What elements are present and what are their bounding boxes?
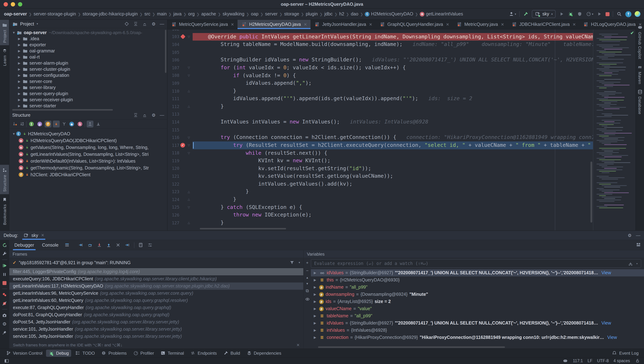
chevron-right-icon[interactable]: ▶ (18, 86, 22, 89)
inspections-ok-icon[interactable]: ✔ (630, 30, 634, 36)
editor-tab-JDBCHikariCPClient-java[interactable]: JDBCHikariCPClient.java✕ (508, 20, 579, 29)
breadcrumb-item[interactable]: server (265, 12, 278, 16)
debug-session-tab[interactable]: sky ✕ (22, 231, 46, 240)
line-number[interactable]: 102 (167, 30, 179, 32)
gear-icon[interactable]: ⚙ (151, 112, 157, 118)
variables-horizontal-scrollbar[interactable] (318, 346, 505, 348)
collapse-icon[interactable] (142, 21, 148, 27)
toolbar-item-version-control[interactable]: Version Control (3, 350, 45, 357)
code-line-122[interactable]: 122 intValues.getValues().add(kv); (167, 180, 593, 188)
code-line-123[interactable]: 123△ } (167, 188, 593, 196)
fold-marker[interactable]: △ (186, 105, 192, 108)
code-line-108[interactable]: 108▽ if (valueIdx != 0) { (167, 72, 593, 79)
code-line-104[interactable]: 104 String tableName = ModelName.build(d… (167, 40, 593, 48)
chevron-down-icon[interactable]: ▾ (299, 261, 300, 264)
stack-frame-row[interactable]: execute:87, GraphQLQueryHandler(org.apac… (9, 304, 303, 311)
sort-alphabetically-icon[interactable] (19, 121, 25, 127)
collapse-icon[interactable] (142, 112, 148, 118)
indent-setting[interactable]: 4 spaces (613, 358, 630, 363)
copilot-status-icon[interactable] (562, 358, 568, 364)
editor-vertical-scrollbar[interactable] (590, 162, 592, 222)
line-number[interactable]: 125 (167, 205, 179, 210)
chevron-right-icon[interactable]: ▶ (18, 67, 22, 71)
chevron-right-icon[interactable]: ▶ (18, 61, 22, 65)
code-line-107[interactable]: 107▽ for (int valueIdx = 0; valueIdx < i… (167, 64, 593, 72)
code-line-110[interactable]: 110△ } (167, 87, 593, 95)
search-everywhere-button[interactable] (616, 11, 622, 17)
toolbar-item-endpoints[interactable]: Endpoints (188, 350, 219, 357)
line-number[interactable]: 126 (167, 212, 179, 218)
autoscroll-from-source-toggle[interactable] (95, 120, 102, 128)
variable-row-indName[interactable]: ▶pindName = "all_p99" (311, 284, 644, 291)
breadcrumb-item[interactable]: apache (201, 12, 216, 16)
fold-marker[interactable]: ▽ (186, 152, 192, 155)
code-line-124[interactable]: 124△ } (167, 196, 593, 203)
code-line-127[interactable]: 127△ } (167, 219, 593, 227)
chevron-right-icon[interactable]: ▶ (314, 271, 317, 274)
stack-frame-row[interactable]: getLinearIntValues:117, H2MetricsQueryDA… (9, 282, 303, 290)
chevron-right-icon[interactable]: ▶ (18, 98, 22, 102)
profiler-button[interactable]: ▾ (586, 11, 593, 17)
tree-item-server-library[interactable]: ▶server-library (9, 84, 167, 90)
edit-run-config-button[interactable] (1, 250, 8, 257)
structure-member-row[interactable]: mH2MetricsQueryDAO(JDBCHikariCPClient) (9, 137, 167, 144)
tree-item-server-core[interactable]: ▶server-core (9, 78, 167, 84)
fold-marker[interactable]: △ (186, 90, 192, 92)
line-number[interactable]: 119 (167, 158, 179, 163)
breadcrumb-item[interactable]: java (173, 12, 182, 16)
line-number[interactable]: 108 (167, 73, 179, 78)
hide-panel-icon[interactable]: — (160, 112, 164, 118)
tree-item-.idea[interactable]: ▶.idea (9, 36, 167, 42)
variable-row-downsampling[interactable]: ▶pdownsampling = {Downsampling@6924} "Mi… (311, 291, 644, 298)
breadcrumb-item[interactable]: org (188, 12, 195, 16)
chevron-right-icon[interactable]: ▶ (18, 80, 22, 83)
code-line-113[interactable]: 113 (167, 110, 593, 118)
tree-item-exporter[interactable]: ▶exporter (9, 42, 167, 48)
run-to-cursor-button[interactable] (125, 242, 130, 248)
rerun-button[interactable] (1, 242, 8, 248)
run-config-selector[interactable]: sky▾ (532, 10, 556, 18)
hide-panel-icon[interactable]: — (160, 21, 164, 26)
breadcrumb-item[interactable]: oap (251, 12, 259, 16)
fold-marker[interactable]: ▽ (186, 206, 192, 209)
line-number[interactable]: 120 (167, 166, 179, 171)
thread-dump-button[interactable] (1, 312, 8, 318)
line-ending[interactable]: LF (587, 358, 592, 363)
chevron-right-icon[interactable]: ▶ (18, 43, 22, 46)
filter-frames-icon[interactable] (289, 260, 295, 266)
breadcrumb-item[interactable]: oap-server (4, 12, 27, 16)
toolbar-item-build[interactable]: Build (220, 350, 243, 357)
tree-item-server-receiver-plugin[interactable]: ▶server-receiver-plugin (9, 96, 167, 103)
chevron-right-icon[interactable]: ▶ (18, 37, 22, 40)
chevron-down-icon[interactable]: ▾ (37, 22, 38, 26)
project-vertical-scrollbar[interactable] (165, 30, 166, 73)
duplicate-watch-button[interactable]: ⧉ (306, 288, 309, 293)
step-over-button[interactable] (87, 242, 93, 248)
stack-frame-row[interactable]: service:105, JettyJsonHandler(org.apache… (9, 333, 303, 340)
debugger-tab-debugger[interactable]: Debugger (12, 242, 36, 248)
tree-item-server-starter[interactable]: ▶server-starter (9, 103, 167, 109)
editor-tab-H2LogQueryDAO-java[interactable]: H2LogQueryDAO.java✕ (579, 20, 644, 29)
project-horizontal-scrollbar[interactable] (12, 109, 113, 110)
editor-horizontal-scrollbar[interactable] (200, 228, 286, 230)
code-line-106[interactable]: 106 StringBuilder idValues = new StringB… (167, 56, 593, 64)
chevron-right-icon[interactable]: ▶ (314, 314, 317, 318)
thread-selector[interactable]: ✓ "qtp1818592781-43"@6,921 in group "mai… (9, 258, 303, 268)
stop-button[interactable] (1, 280, 8, 286)
debugger-tab-console[interactable]: Console (40, 242, 61, 248)
debug-button[interactable] (568, 11, 573, 17)
breadcrumb-item[interactable]: storage (284, 12, 299, 16)
sidebar-item-project[interactable]: Project (0, 20, 9, 46)
chevron-right-icon[interactable]: ▶ (314, 278, 317, 282)
close-tab-icon[interactable]: ✕ (501, 22, 504, 27)
structure-member-row[interactable]: fh2Client: JDBCHikariCPClient (9, 171, 167, 178)
line-number[interactable]: 114 (167, 120, 179, 124)
ide-plugin-icon[interactable] (635, 11, 640, 17)
stack-frame-row[interactable]: filter:445, Logger$PrivateConfig(org.apa… (9, 268, 303, 275)
line-number[interactable]: 122 (167, 182, 179, 186)
chevron-down-icon[interactable]: ▼ (12, 31, 16, 34)
evaluate-expression-input[interactable]: Evaluate expression (↵) or add a watch (… (311, 259, 641, 268)
line-number[interactable]: 109 (167, 81, 179, 86)
line-number[interactable]: 106 (167, 58, 179, 62)
show-anonymous-toggle[interactable]: ● (68, 120, 75, 128)
